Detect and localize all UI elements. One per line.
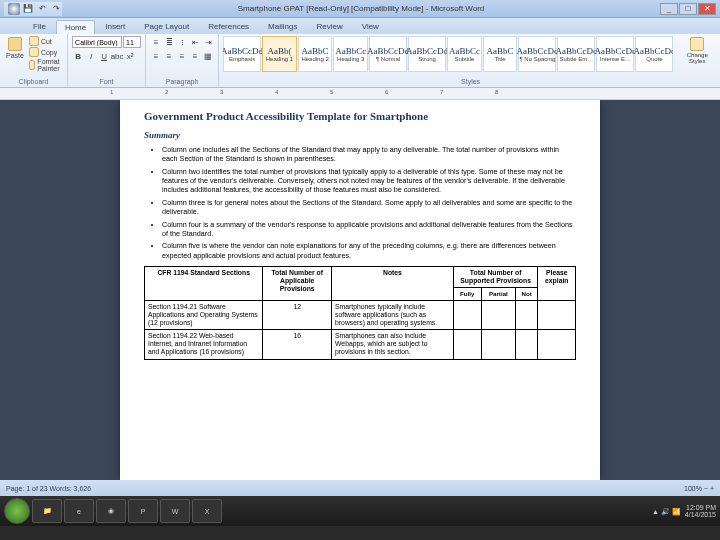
tab-review[interactable]: Review [307,19,351,34]
style-intense-e-[interactable]: AaBbCcDdIntense E… [596,36,634,72]
change-styles-icon [690,37,704,51]
style--normal[interactable]: AaBbCcDd¶ Normal [369,36,407,72]
tab-references[interactable]: References [199,19,258,34]
bullets-button[interactable]: ≡ [150,36,162,48]
strike-button[interactable]: abc [111,50,123,62]
align-left-button[interactable]: ≡ [150,50,162,62]
list-item: Column five is where the vendor can note… [162,241,576,260]
font-name-select[interactable] [72,36,122,48]
qat-save-icon[interactable]: 💾 [22,3,34,15]
bold-button[interactable]: B [72,50,84,62]
paste-button[interactable]: Paste [4,36,26,60]
table-row: Section 1194.22 Web-based Internet, and … [145,330,576,359]
tray-icons[interactable]: ▲ 🔊 📶 [652,508,681,515]
tab-view[interactable]: View [353,19,388,34]
cut-icon [29,36,39,46]
file-orb[interactable] [8,3,20,15]
list-item: Column three is for general notes about … [162,198,576,217]
tab-home[interactable]: Home [56,20,95,34]
th-fully: Fully [453,288,481,300]
style-subtitle[interactable]: AaBbCcSubtitle [447,36,482,72]
multilevel-button[interactable]: ⫶ [176,36,188,48]
copy-icon [29,47,39,57]
group-label-styles: Styles [223,78,718,85]
tray-date: 4/14/2015 [685,511,716,518]
task-explorer[interactable]: 📁 [32,499,62,523]
th-partial: Partial [481,288,515,300]
align-right-button[interactable]: ≡ [176,50,188,62]
th-explain: Please explain [538,266,576,300]
page: Government Product Accessibility Templat… [120,100,600,480]
painter-icon [29,60,35,70]
italic-button[interactable]: I [85,50,97,62]
th-sections: CFR 1194 Standard Sections [145,266,263,300]
status-right[interactable]: 100% − + [684,485,714,492]
list-item: Column one includes all the Sections of … [162,145,576,164]
list-item: Column four is a summary of the vendor's… [162,220,576,239]
style-strong[interactable]: AaBbCcDdStrong [408,36,446,72]
status-left: Page: 1 of 23 Words: 3,626 [6,485,91,492]
change-styles-button[interactable]: Change Styles [676,36,718,65]
style-heading-3[interactable]: AaBbCcHeading 3 [333,36,368,72]
outdent-button[interactable]: ⇤ [189,36,201,48]
task-powerpoint[interactable]: P [128,499,158,523]
close-button[interactable]: ✕ [698,3,716,15]
maximize-button[interactable]: □ [679,3,697,15]
taskbar: 📁 e ◉ P W X ▲ 🔊 📶 12:09 PM4/14/2015 [0,496,720,526]
tray-time: 12:09 PM [686,504,716,511]
group-label-paragraph: Paragraph [150,78,214,85]
th-supported: Total Number of Supported Provisions [453,266,538,287]
ruler[interactable]: 12345678 [0,88,720,100]
tab-mailings[interactable]: Mailings [259,19,306,34]
super-button[interactable]: x² [124,50,136,62]
cut-button[interactable]: Cut [29,36,63,46]
qat-redo-icon[interactable]: ↷ [50,3,62,15]
paste-icon [8,37,22,51]
style-title[interactable]: AaBbCTitle [483,36,518,72]
font-size-select[interactable] [123,36,141,48]
underline-button[interactable]: U [98,50,110,62]
tab-file[interactable]: File [24,19,55,34]
ribbon-tabs: File Home Insert Page Layout References … [0,18,720,34]
status-bar: Page: 1 of 23 Words: 3,626 100% − + [0,480,720,496]
copy-button[interactable]: Copy [29,47,63,57]
group-label-font: Font [72,78,141,85]
style-heading-1[interactable]: AaBb(Heading 1 [262,36,297,72]
doc-title: Government Product Accessibility Templat… [144,110,576,124]
task-excel[interactable]: X [192,499,222,523]
indent-button[interactable]: ⇥ [202,36,214,48]
ribbon: Paste Cut Copy Format Painter Clipboard … [0,34,720,88]
align-center-button[interactable]: ≡ [163,50,175,62]
document-area[interactable]: Government Product Accessibility Templat… [0,100,720,480]
format-painter-button[interactable]: Format Painter [29,58,63,72]
style--no-spacing[interactable]: AaBbCcDd¶ No Spacing [518,36,556,72]
minimize-button[interactable]: _ [660,3,678,15]
table-row: Section 1194.21 Software Applications an… [145,300,576,329]
list-item: Column two identifies the total number o… [162,167,576,195]
numbering-button[interactable]: ≣ [163,36,175,48]
start-button[interactable] [4,498,30,524]
paste-label: Paste [6,52,24,59]
style-subtle-em-[interactable]: AaBbCcDdSubtle Em… [557,36,595,72]
th-not: Not [515,288,538,300]
task-word[interactable]: W [160,499,190,523]
styles-gallery[interactable]: AaBbCcDdEmphasisAaBb(Heading 1AaBbCHeadi… [223,36,673,72]
style-heading-2[interactable]: AaBbCHeading 2 [298,36,333,72]
gpat-table: CFR 1194 Standard Sections Total Number … [144,266,576,360]
tab-pagelayout[interactable]: Page Layout [135,19,198,34]
summary-list: Column one includes all the Sections of … [162,145,576,260]
system-tray[interactable]: ▲ 🔊 📶 12:09 PM4/14/2015 [652,504,716,518]
th-applicable: Total Number of Applicable Provisions [263,266,332,300]
tab-insert[interactable]: Insert [96,19,134,34]
qat-undo-icon[interactable]: ↶ [36,3,48,15]
group-label-clipboard: Clipboard [4,78,63,85]
task-chrome[interactable]: ◉ [96,499,126,523]
style-quote[interactable]: AaBbCcDdQuote [635,36,673,72]
justify-button[interactable]: ≡ [189,50,201,62]
shading-button[interactable]: ▦ [202,50,214,62]
window-title: Smartphone GPAT [Read-Only] [Compatibili… [62,4,660,13]
summary-heading: Summary [144,130,576,141]
th-notes: Notes [332,266,454,300]
style-emphasis[interactable]: AaBbCcDdEmphasis [223,36,261,72]
task-ie[interactable]: e [64,499,94,523]
